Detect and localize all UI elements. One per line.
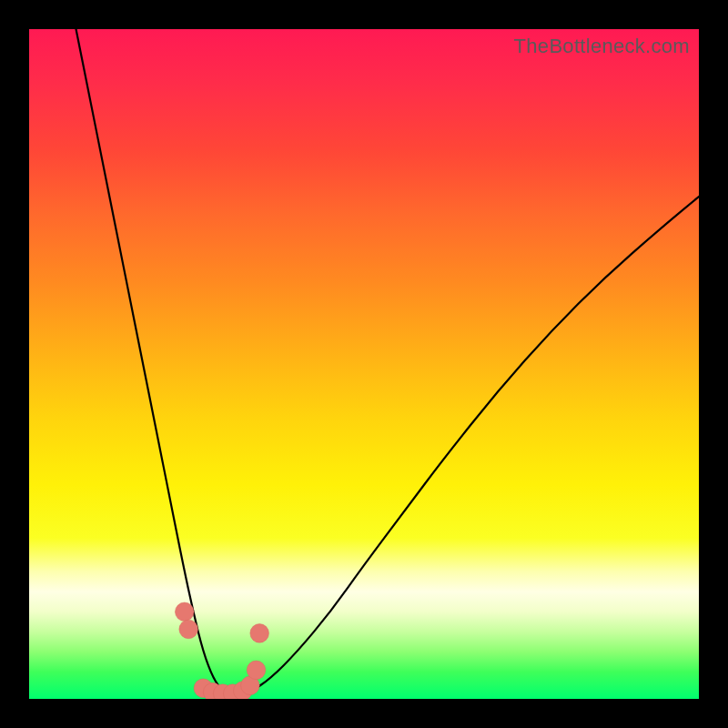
- marker-group: [175, 602, 268, 699]
- marker-point: [175, 602, 194, 622]
- curve-left-segment: [76, 29, 234, 695]
- curve-right-segment: [233, 197, 699, 695]
- marker-point: [247, 661, 266, 680]
- marker-point: [250, 624, 269, 643]
- plot-area: TheBottleneck.com: [29, 29, 699, 699]
- marker-point: [179, 620, 198, 639]
- outer-frame: TheBottleneck.com: [0, 0, 728, 728]
- chart-svg: [29, 29, 699, 699]
